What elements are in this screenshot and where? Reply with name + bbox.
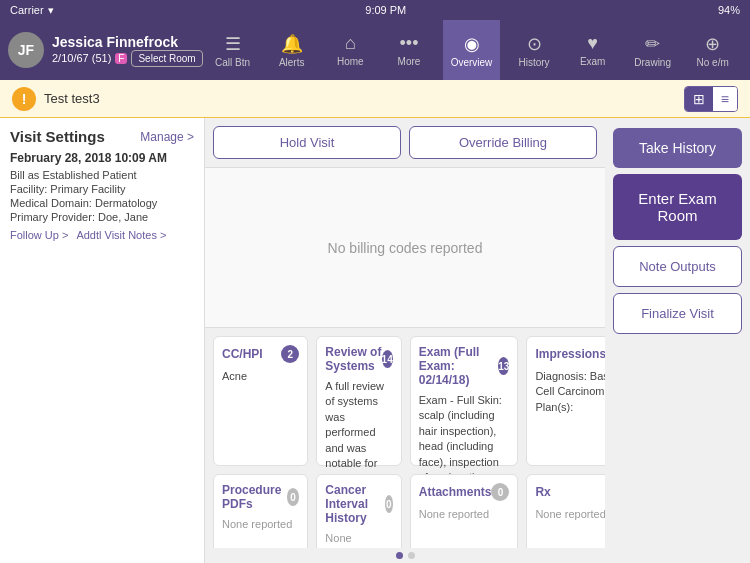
user-sub: 2/10/67 (51) F Select Room bbox=[52, 50, 203, 67]
card-title: Procedure PDFs bbox=[222, 483, 287, 511]
no-em-icon: ⊕ bbox=[705, 33, 720, 55]
card-header: CC/HPI 2 bbox=[222, 345, 299, 363]
visit-date: February 28, 2018 10:09 AM bbox=[10, 151, 194, 165]
card-attachments[interactable]: Attachments 0 None reported bbox=[410, 474, 519, 548]
visit-settings-title: Visit Settings bbox=[10, 128, 105, 145]
exam-icon: ♥ bbox=[587, 33, 598, 54]
bill-as: Bill as Established Patient bbox=[10, 169, 194, 181]
home-icon: ⌂ bbox=[345, 33, 356, 54]
card-content: None reported bbox=[535, 507, 605, 522]
card-header: Impressions 1 bbox=[535, 345, 605, 363]
nav-item-overview[interactable]: ◉ Overview bbox=[443, 20, 501, 80]
gender-badge: F bbox=[115, 53, 127, 64]
nav-item-call-btn[interactable]: ☰ Call Btn bbox=[207, 20, 258, 80]
nav-item-more[interactable]: ••• More bbox=[384, 20, 434, 80]
nav-label-overview: Overview bbox=[451, 57, 493, 68]
user-details: Jessica Finnefrock 2/10/67 (51) F Select… bbox=[52, 34, 203, 67]
card-badge: 2 bbox=[281, 345, 299, 363]
note-outputs-button[interactable]: Note Outputs bbox=[613, 246, 742, 287]
facility: Facility: Primary Facility bbox=[10, 183, 194, 195]
nav-label-home: Home bbox=[337, 56, 364, 67]
nav-label-no-em: No e/m bbox=[697, 57, 729, 68]
card-cc-hpi[interactable]: CC/HPI 2 Acne bbox=[213, 336, 308, 466]
user-info-section: JF Jessica Finnefrock 2/10/67 (51) F Sel… bbox=[8, 32, 203, 68]
card-content: Acne bbox=[222, 369, 299, 384]
history-icon: ⊙ bbox=[527, 33, 542, 55]
nav-label-alerts: Alerts bbox=[279, 57, 305, 68]
hold-visit-button[interactable]: Hold Visit bbox=[213, 126, 401, 159]
select-room-button[interactable]: Select Room bbox=[131, 50, 202, 67]
card-title: Cancer Interval History bbox=[325, 483, 384, 525]
nav-item-no-em[interactable]: ⊕ No e/m bbox=[688, 20, 738, 80]
nav-label-more: More bbox=[398, 56, 421, 67]
addtl-notes-link[interactable]: Addtl Visit Notes > bbox=[76, 229, 166, 241]
time-label: 9:09 PM bbox=[365, 4, 406, 16]
card-content: None reported bbox=[222, 517, 299, 532]
primary-provider: Primary Provider: Doe, Jane bbox=[10, 211, 194, 223]
card-badge: 13 bbox=[498, 357, 509, 375]
nav-item-exam[interactable]: ♥ Exam bbox=[568, 20, 618, 80]
action-buttons-panel: Take History Enter Exam Room Note Output… bbox=[605, 118, 750, 563]
visit-settings-header: Visit Settings Manage > bbox=[10, 128, 194, 145]
status-bar: Carrier ▾ 9:09 PM 94% bbox=[0, 0, 750, 20]
nav-label-call-btn: Call Btn bbox=[215, 57, 250, 68]
card-review-of-systems[interactable]: Review of Systems 14 A full review of sy… bbox=[316, 336, 401, 466]
card-title: Rx bbox=[535, 485, 550, 499]
card-badge: 0 bbox=[287, 488, 300, 506]
overview-icon: ◉ bbox=[464, 33, 480, 55]
carrier-label: Carrier bbox=[10, 4, 44, 16]
card-badge: 14 bbox=[382, 350, 393, 368]
top-action-row: Hold Visit Override Billing bbox=[205, 118, 605, 168]
billing-area: No billing codes reported bbox=[205, 168, 605, 328]
card-content: None reported bbox=[325, 531, 392, 548]
card-header: Procedure PDFs 0 bbox=[222, 483, 299, 511]
grid-toggle: ⊞ ≡ bbox=[684, 86, 738, 112]
page-dot-2 bbox=[408, 552, 415, 559]
page-dots bbox=[205, 548, 605, 563]
alert-banner: ! Test test3 ⊞ ≡ bbox=[0, 80, 750, 118]
cards-grid: CC/HPI 2 Acne Review of Systems 14 A ful… bbox=[205, 328, 605, 548]
user-name: Jessica Finnefrock bbox=[52, 34, 203, 50]
list-view-button[interactable]: ≡ bbox=[713, 87, 737, 111]
nav-item-alerts[interactable]: 🔔 Alerts bbox=[267, 20, 317, 80]
enter-exam-room-button[interactable]: Enter Exam Room bbox=[613, 174, 742, 240]
card-title: Review of Systems bbox=[325, 345, 381, 373]
no-billing-text: No billing codes reported bbox=[328, 240, 483, 256]
page-dot-1 bbox=[396, 552, 403, 559]
card-title: CC/HPI bbox=[222, 347, 263, 361]
card-title: Impressions bbox=[535, 347, 605, 361]
card-header: Review of Systems 14 bbox=[325, 345, 392, 373]
card-badge: 0 bbox=[491, 483, 509, 501]
card-cancer-interval-history[interactable]: Cancer Interval History 0 None reported bbox=[316, 474, 401, 548]
header: JF Jessica Finnefrock 2/10/67 (51) F Sel… bbox=[0, 20, 750, 80]
nav-label-history: History bbox=[518, 57, 549, 68]
grid-view-button[interactable]: ⊞ bbox=[685, 87, 713, 111]
card-header: Rx 0 bbox=[535, 483, 605, 501]
card-impressions[interactable]: Impressions 1 Diagnosis: Basal Cell Carc… bbox=[526, 336, 605, 466]
medical-domain: Medical Domain: Dermatology bbox=[10, 197, 194, 209]
card-header: Cancer Interval History 0 bbox=[325, 483, 392, 525]
card-content: Diagnosis: Basal Cell Carcinoma Plan(s): bbox=[535, 369, 605, 415]
wifi-icon: ▾ bbox=[48, 4, 54, 17]
nav-label-exam: Exam bbox=[580, 56, 606, 67]
card-rx[interactable]: Rx 0 None reported bbox=[526, 474, 605, 548]
nav-item-history[interactable]: ⊙ History bbox=[509, 20, 559, 80]
follow-up-link[interactable]: Follow Up > bbox=[10, 229, 68, 241]
card-title: Attachments bbox=[419, 485, 492, 499]
drawing-icon: ✏ bbox=[645, 33, 660, 55]
nav-item-drawing[interactable]: ✏ Drawing bbox=[626, 20, 679, 80]
override-billing-button[interactable]: Override Billing bbox=[409, 126, 597, 159]
card-exam[interactable]: Exam (Full Exam: 02/14/18) 13 Exam - Ful… bbox=[410, 336, 519, 466]
alert-text: Test test3 bbox=[44, 91, 100, 106]
sidebar: Visit Settings Manage > February 28, 201… bbox=[0, 118, 205, 563]
take-history-button[interactable]: Take History bbox=[613, 128, 742, 168]
card-procedure-pdfs[interactable]: Procedure PDFs 0 None reported bbox=[213, 474, 308, 548]
nav-item-home[interactable]: ⌂ Home bbox=[325, 20, 375, 80]
card-title: Exam (Full Exam: 02/14/18) bbox=[419, 345, 499, 387]
more-icon: ••• bbox=[400, 33, 419, 54]
nav-label-drawing: Drawing bbox=[634, 57, 671, 68]
finalize-visit-button[interactable]: Finalize Visit bbox=[613, 293, 742, 334]
avatar: JF bbox=[8, 32, 44, 68]
user-dob: 2/10/67 (51) bbox=[52, 52, 111, 64]
manage-link[interactable]: Manage > bbox=[140, 130, 194, 144]
